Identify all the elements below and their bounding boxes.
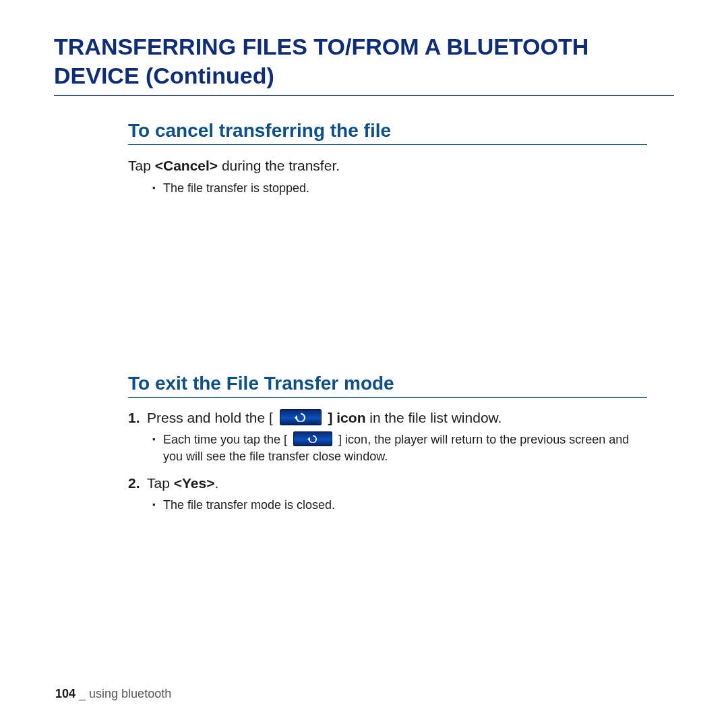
list-item: The file transfer mode is closed. [152,497,647,514]
footer-separator: _ [75,687,89,700]
sub-bullet-list: Each time you tap the [ ] icon, the play… [128,431,647,465]
back-icon [280,409,322,425]
instruction-line: Tap <Cancel> during the transfer. [128,156,647,176]
text: . [214,475,218,491]
yes-label: <Yes> [174,475,215,491]
step-2: 2.Tap <Yes>. The file transfer mode is c… [128,473,647,514]
text: Tap [147,475,174,491]
section-exit-mode: To exit the File Transfer mode 1.Press a… [128,373,647,514]
numbered-steps: 1.Press and hold the [ ] icon in the fil… [128,407,647,514]
text: during the transfer. [218,158,340,173]
section-heading: To exit the File Transfer mode [128,373,647,398]
text: Tap [128,158,155,173]
section-heading: To cancel transferring the file [128,120,647,145]
page-footer: 104 _ using bluetooth [55,687,171,701]
text: Each time you tap the [ [163,433,291,446]
footer-text: using bluetooth [89,687,171,700]
step-1: 1.Press and hold the [ ] icon in the fil… [128,407,647,466]
cancel-label: <Cancel> [155,158,218,173]
text: in the file list window. [365,410,502,425]
step-number: 2. [128,473,147,495]
text-bold: ] icon [324,410,366,425]
page-number: 104 [55,687,75,700]
page-title: TRANSFERRING FILES TO/FROM A BLUETOOTH D… [54,32,674,96]
list-item: The file transfer is stopped. [152,180,647,197]
sub-bullet-list: The file transfer mode is closed. [128,497,647,514]
back-icon [293,431,332,446]
section-cancel-transfer: To cancel transferring the file Tap <Can… [128,120,647,198]
list-item: Each time you tap the [ ] icon, the play… [152,431,647,465]
manual-page: TRANSFERRING FILES TO/FROM A BLUETOOTH D… [0,0,728,728]
text: Press and hold the [ [147,410,277,425]
step-number: 1. [128,407,147,429]
sub-bullet-list: The file transfer is stopped. [128,180,647,197]
